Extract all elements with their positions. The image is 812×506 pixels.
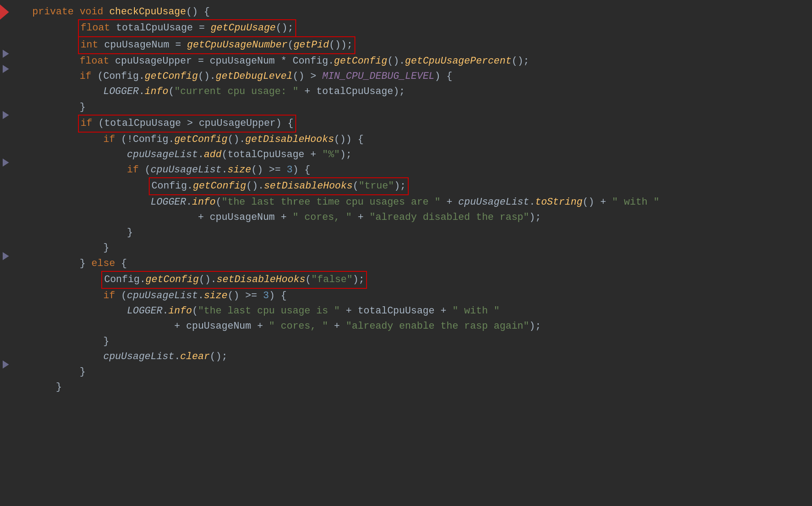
code-line-13: LOGGER.info("the last three time cpu usa… [0,195,812,210]
line-content-13: LOGGER.info("the last three time cpu usa… [23,195,812,210]
line-content-20: LOGGER.info("the last cpu usage is " + t… [23,304,812,319]
line-content-1: private void checkCpuUsage() { [23,4,812,20]
line-content-10: cpuUsageList.add(totalCpuUsage + "%"); [23,147,812,163]
line-content-12: Config.getConfig().setDisableHooks("true… [23,178,812,195]
code-line-14: + cpuUsageNum + " cores, " + "already di… [0,210,812,225]
bookmark-17 [3,252,9,260]
line-content-7: } [23,100,812,115]
code-line-8: if (totalCpuUsage > cpuUsageUpper) { [0,115,812,132]
method-name: checkCpuUsage [109,6,186,17]
code-line-5: if (Config.getConfig().getDebugLevel() >… [0,69,812,84]
code-line-15: } [0,225,812,240]
code-line-10: cpuUsageList.add(totalCpuUsage + "%"); [0,147,812,163]
red-box-highlight: Config.getConfig().setDisableHooks("fals… [101,271,367,289]
code-line-11: if (cpuUsageList.size() >= 3) { [0,163,812,178]
line-content-21: + cpuUsageNum + " cores, " + "already en… [23,319,812,334]
code-line-4: float cpuUsageUpper = cpuUsageNum * Conf… [0,54,812,69]
line-content-15: } [23,225,812,240]
code-line-12: Config.getConfig().setDisableHooks("true… [0,178,812,195]
bookmark-4 [3,50,9,58]
line-content-25: } [23,380,812,395]
line-content-18: Config.getConfig().setDisableHooks("fals… [23,271,812,288]
code-line-24: } [0,364,812,380]
keyword: private [32,6,73,17]
bookmark-8 [3,111,9,119]
code-line-6: LOGGER.info("current cpu usage: " + tota… [0,84,812,99]
line-content-22: } [23,334,812,349]
code-line-23: cpuUsageList.clear(); [0,349,812,364]
line-content-2: float totalCpuUsage = getCpuUsage(); [23,20,812,37]
line-content-19: if (cpuUsageList.size() >= 3) { [23,288,812,304]
code-line-7: } [0,100,812,115]
code-line-20: LOGGER.info("the last cpu usage is " + t… [0,304,812,319]
red-box-highlight: int cpuUsageNum = getCpuUsageNumber(getP… [78,36,355,54]
bookmark-24 [3,360,9,369]
code-line-22: } [0,334,812,349]
code-line-18: Config.getConfig().setDisableHooks("fals… [0,271,812,288]
line-content-9: if (!Config.getConfig().getDisableHooks(… [23,132,812,147]
code-line-17: } else { [0,256,812,271]
code-line-1: private void checkCpuUsage() { [0,4,812,20]
line-content-23: cpuUsageList.clear(); [23,349,812,364]
line-content-5: if (Config.getConfig().getDebugLevel() >… [23,69,812,84]
red-box-highlight: Config.getConfig().setDisableHooks("true… [149,177,409,195]
line-content-4: float cpuUsageUpper = cpuUsageNum * Conf… [23,54,812,69]
line-content-8: if (totalCpuUsage > cpuUsageUpper) { [23,115,812,132]
code-line-16: } [0,240,812,256]
line-content-6: LOGGER.info("current cpu usage: " + tota… [23,84,812,99]
red-box-highlight: float totalCpuUsage = getCpuUsage(); [78,19,296,37]
code-editor: private void checkCpuUsage() { float tot… [0,0,812,399]
code-line-3: int cpuUsageNum = getCpuUsageNumber(getP… [0,37,812,54]
current-line-arrow [0,4,9,20]
line-content-24: } [23,364,812,380]
code-line-9: if (!Config.getConfig().getDisableHooks(… [0,132,812,147]
line-content-11: if (cpuUsageList.size() >= 3) { [23,163,812,178]
line-content-3: int cpuUsageNum = getCpuUsageNumber(getP… [23,37,812,54]
keyword: void [80,6,104,17]
code-line-21: + cpuUsageNum + " cores, " + "already en… [0,319,812,334]
code-line-2: float totalCpuUsage = getCpuUsage(); [0,20,812,37]
code-line-19: if (cpuUsageList.size() >= 3) { [0,288,812,304]
line-content-16: } [23,240,812,256]
bookmark-5 [3,65,9,73]
bookmark-11 [3,159,9,167]
line-content-14: + cpuUsageNum + " cores, " + "already di… [23,210,812,225]
red-box-highlight: if (totalCpuUsage > cpuUsageUpper) { [78,115,296,133]
code-line-25: } [0,380,812,395]
line-content-17: } else { [23,256,812,271]
